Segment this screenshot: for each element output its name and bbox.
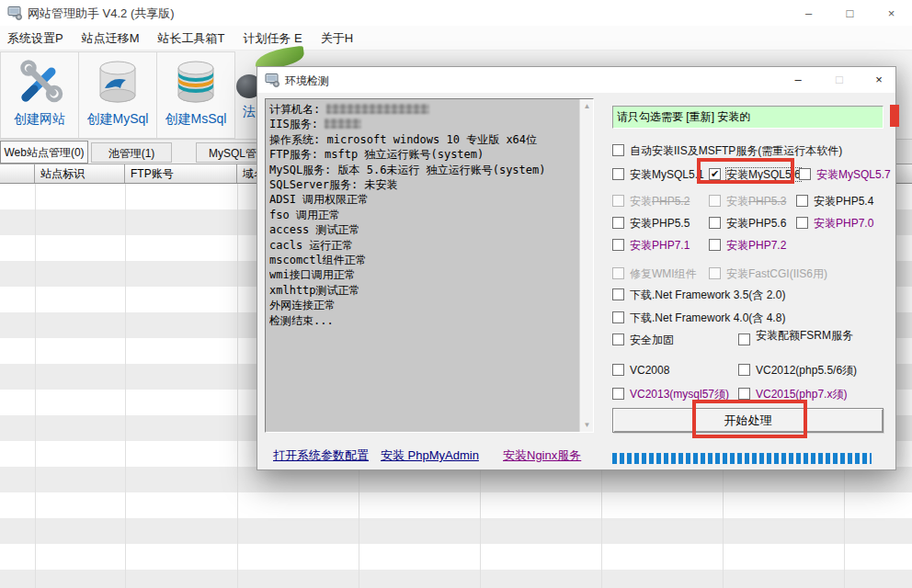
checkbox-box[interactable] — [796, 217, 808, 229]
checkbox-box[interactable] — [612, 364, 624, 376]
checkbox-item[interactable]: 安装PHP5.3 — [709, 195, 786, 208]
dialog-link[interactable]: 打开系统参数配置 — [273, 447, 369, 464]
toolbar-button-label: 创建网站 — [14, 111, 65, 128]
checkbox-label: 安装FastCGI(IIS6用) — [726, 267, 827, 280]
env-report-text: 检测结束... — [269, 314, 334, 327]
checkbox-item[interactable]: VC2012(php5.5/6须) — [738, 364, 857, 377]
annotation-box-start-button — [692, 400, 807, 438]
env-report-line: mscomctl组件正常 — [269, 253, 577, 267]
env-report-text: cacls 运行正常 — [269, 239, 353, 252]
menu-item[interactable]: 系统设置P — [0, 27, 74, 50]
env-report-lines: 计算机名: IIS服务: 操作系统: microsoft windows 10 … — [269, 102, 577, 430]
checkbox-item[interactable]: 安装PHP7.1 — [612, 239, 690, 252]
dialog-minimize-button[interactable]: – — [783, 69, 813, 89]
minimize-button[interactable]: – — [788, 0, 829, 26]
checkbox-item[interactable]: 安装PHP7.0 — [796, 217, 873, 230]
env-report-text: IIS服务: — [269, 118, 325, 130]
checkbox-box[interactable] — [709, 239, 721, 251]
menu-item[interactable]: 站长工具箱T — [151, 27, 236, 50]
checkbox-box[interactable] — [612, 334, 624, 345]
checkbox-item[interactable]: 安装PHP5.4 — [796, 195, 873, 208]
checkbox-box[interactable] — [738, 334, 750, 345]
dialog-title: 环境检测 — [285, 74, 329, 89]
checkbox-item[interactable]: 修复WMI组件 — [612, 267, 697, 280]
env-report-text: 操作系统: microsoft windows 10 专业版 x64位 — [269, 133, 537, 146]
checkbox-box[interactable] — [612, 195, 624, 207]
checkbox-label: 安装MySQL5.7 — [816, 168, 891, 181]
checkbox-item[interactable]: 安装PHP7.2 — [709, 239, 786, 252]
checkbox-item[interactable]: 下载.Net Framework 3.5(含 2.0) — [612, 288, 785, 301]
toolbar-button-3[interactable]: 创建MsSql — [156, 51, 235, 139]
env-report-line: SQLServer服务: 未安装 — [269, 177, 577, 192]
maximize-button[interactable]: □ — [829, 0, 871, 26]
env-report-text: fso 调用正常 — [269, 209, 340, 221]
checkbox-label: 安装配额FSRM服务 — [756, 329, 866, 343]
annotation-box-mysql56 — [697, 158, 794, 184]
env-report-box[interactable]: 计算机名: IIS服务: 操作系统: microsoft windows 10 … — [265, 98, 594, 433]
tab-1[interactable]: Web站点管理(0) — [0, 141, 88, 164]
checkbox-box[interactable] — [709, 217, 721, 229]
checkbox-box[interactable] — [709, 195, 721, 207]
toolbar-button-2[interactable]: 创建MySql — [78, 51, 157, 139]
checkbox-box[interactable] — [738, 388, 750, 400]
checkbox-box[interactable] — [738, 364, 750, 376]
checkbox-box[interactable] — [612, 239, 624, 251]
checkbox-label: 安装PHP5.6 — [726, 217, 786, 230]
tab-2[interactable]: 池管理(1) — [91, 142, 172, 163]
checkbox-label: 安装MySQL5.1 — [630, 168, 704, 181]
env-report-line: 计算机名: — [269, 102, 577, 117]
checkbox-box[interactable] — [612, 311, 624, 323]
partial-toolbar-label: 法 — [243, 104, 256, 120]
env-report-text: access 测试正常 — [269, 223, 360, 236]
annotation-mark-right-edge — [890, 105, 899, 127]
dialog-link[interactable]: 安装Nginx服务 — [503, 447, 581, 464]
menu-item[interactable]: 关于H — [314, 27, 364, 50]
dialog-link[interactable]: 安装 PhpMyAdmin — [381, 447, 479, 464]
env-report-text: 计算机名: — [269, 103, 326, 116]
checkbox-item[interactable]: 安装MySQL5.1 — [612, 168, 704, 181]
toolbar-button-1[interactable]: 创建网站 — [0, 51, 79, 139]
checkbox-item[interactable]: VC2015(php7.x须) — [738, 388, 847, 401]
dialog-icon — [265, 73, 280, 87]
checkbox-box[interactable] — [612, 168, 624, 180]
checkbox-box[interactable] — [612, 388, 624, 400]
checkbox-label: 安装PHP7.0 — [814, 217, 873, 230]
checkbox-item[interactable]: 安装PHP5.6 — [709, 217, 786, 230]
checkbox-label: 下载.Net Framework 3.5(含 2.0) — [630, 288, 785, 301]
checkbox-box[interactable] — [612, 217, 624, 229]
env-report-line: fso 调用正常 — [269, 208, 577, 222]
env-report-line: MySQL服务: 版本 5.6未运行 独立运行账号(system) — [269, 163, 577, 177]
checkbox-item[interactable]: 安装FastCGI(IIS6用) — [709, 267, 827, 280]
checkbox-item[interactable]: VC2013(mysql57须) — [612, 388, 729, 401]
checkbox-item[interactable]: 安全加固 — [612, 334, 674, 346]
table-column-line — [237, 184, 238, 588]
menu-item[interactable]: 站点迁移M — [74, 27, 151, 50]
env-report-line: wmi接口调用正常 — [269, 267, 577, 282]
scroll-down-icon[interactable]: ▼ — [580, 418, 594, 432]
dialog-close-button[interactable]: × — [864, 69, 894, 89]
checkbox-item[interactable]: 自动安装IIS及MSFTP服务(需重运行本软件) — [612, 144, 842, 157]
env-report-text: mscomctl组件正常 — [269, 254, 367, 266]
checkbox-box[interactable] — [612, 267, 624, 279]
checkbox-item[interactable]: 安装MySQL5.7 — [799, 168, 891, 181]
close-button[interactable]: × — [871, 0, 912, 26]
checkbox-item[interactable]: 安装配额FSRM服务 — [738, 334, 866, 345]
env-report-text: xmlhttp测试正常 — [269, 284, 360, 297]
checkbox-box[interactable] — [796, 195, 808, 207]
checkbox-box[interactable] — [709, 267, 721, 279]
checkbox-box[interactable] — [612, 144, 624, 156]
checkbox-item[interactable]: 安装PHP5.2 — [612, 195, 690, 208]
checkbox-label-strike: PHP5.3 — [748, 195, 786, 208]
checkbox-label: 安装PHP7.2 — [726, 239, 786, 252]
checkbox-item[interactable]: 下载.Net Framework 4.0(含 4.8) — [612, 311, 785, 324]
scroll-up-icon[interactable]: ▲ — [580, 99, 594, 113]
checkbox-box[interactable] — [799, 168, 811, 180]
main-window-controls: – □ × — [788, 0, 912, 26]
report-scrollbar[interactable]: ▲ ▼ — [579, 99, 593, 432]
checkbox-label: 修复WMI组件 — [630, 267, 697, 280]
checkbox-box[interactable] — [612, 288, 624, 300]
tools-icon — [13, 56, 66, 109]
checkbox-item[interactable]: 安装PHP5.5 — [612, 217, 690, 230]
main-titlebar: 网站管理助手 V4.2 (共享版) – □ × — [0, 0, 912, 26]
checkbox-item[interactable]: VC2008 — [612, 364, 669, 377]
